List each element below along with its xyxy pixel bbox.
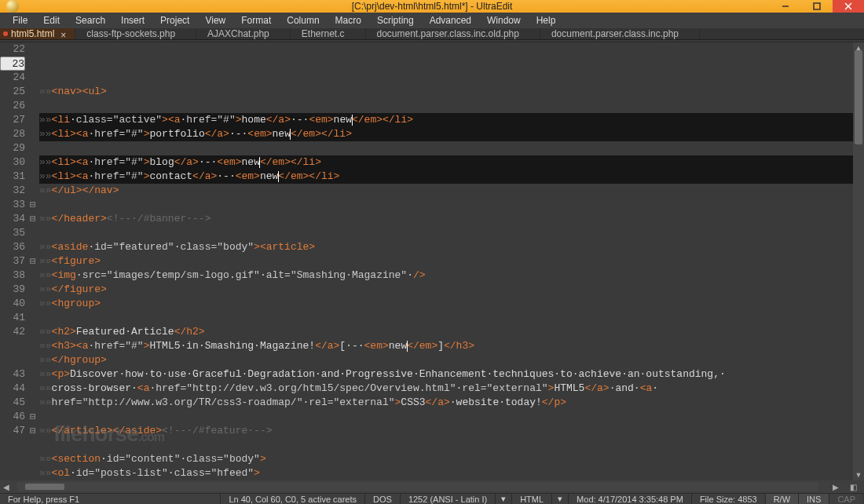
status-eol[interactable]: DOS xyxy=(365,494,401,504)
status-insert-mode[interactable]: INS xyxy=(799,494,829,504)
split-icon[interactable]: ◧ xyxy=(847,480,859,493)
fold-marker[interactable] xyxy=(28,42,38,57)
code-line[interactable]: »»cross-browser·<a·href="http://dev.w3.o… xyxy=(39,382,853,396)
line-number[interactable]: 30 xyxy=(0,155,25,170)
fold-marker[interactable] xyxy=(28,170,38,184)
fold-marker[interactable] xyxy=(28,226,38,240)
line-number[interactable]: 36 xyxy=(0,240,25,254)
code-line[interactable] xyxy=(39,311,853,325)
line-number[interactable]: 39 xyxy=(0,283,25,297)
fold-marker[interactable]: ⊟ xyxy=(28,254,38,268)
menu-macro[interactable]: Macro xyxy=(328,13,369,28)
line-number[interactable]: 28 xyxy=(0,127,25,141)
line-number[interactable]: 40 xyxy=(0,297,25,311)
line-number[interactable]: 33 xyxy=(0,198,25,212)
status-readwrite[interactable]: R/W xyxy=(766,494,799,504)
fold-marker[interactable] xyxy=(28,155,38,170)
fold-marker[interactable] xyxy=(28,113,38,127)
line-number[interactable]: 27 xyxy=(0,113,25,127)
code-line[interactable]: »»</ul></nav> xyxy=(39,184,853,198)
line-number[interactable]: 45 xyxy=(0,396,25,410)
menu-project[interactable]: Project xyxy=(152,13,197,28)
status-menu-icon[interactable]: ▾ xyxy=(496,494,512,504)
line-number[interactable] xyxy=(0,353,25,367)
menu-column[interactable]: Column xyxy=(279,13,327,28)
line-number[interactable]: 35 xyxy=(0,226,25,240)
code-line[interactable] xyxy=(39,226,853,240)
line-number[interactable]: 29 xyxy=(0,141,25,155)
tab-3[interactable]: Ethernet.c xyxy=(291,28,366,39)
fold-marker[interactable]: ⊟ xyxy=(28,212,38,226)
menu-advanced[interactable]: Advanced xyxy=(422,13,479,28)
menu-view[interactable]: View xyxy=(197,13,233,28)
fold-marker[interactable] xyxy=(28,283,38,297)
tab-0[interactable]: html5.html× xyxy=(0,28,75,39)
code-line[interactable]: »»<ol·id="posts-list"·class="hfeed"> xyxy=(39,466,853,480)
code-line[interactable] xyxy=(39,198,853,212)
scroll-left-icon[interactable]: ◀ xyxy=(0,480,13,493)
tab-5[interactable]: document.parser.class.inc.php xyxy=(540,28,700,39)
scroll-down-icon[interactable]: ▼ xyxy=(853,469,864,480)
line-number[interactable]: 37 xyxy=(0,254,25,268)
fold-marker[interactable] xyxy=(28,382,38,396)
code-line[interactable]: »»<img·src="images/temp/sm-logo.gif"·alt… xyxy=(39,268,853,283)
fold-marker[interactable]: ⊟ xyxy=(28,424,38,438)
code-line[interactable]: »»<nav><ul> xyxy=(39,85,853,99)
line-number[interactable]: 24 xyxy=(0,71,25,85)
fold-marker[interactable]: ⊟ xyxy=(28,410,38,424)
line-number[interactable]: 46 xyxy=(0,410,25,424)
code-line[interactable]: »»</hgroup> xyxy=(39,353,853,367)
code-line[interactable]: »»<li><a·href="#">blog</a>·-·<em>new</em… xyxy=(39,155,853,170)
line-number[interactable]: 26 xyxy=(0,99,25,113)
menu-insert[interactable]: Insert xyxy=(113,13,152,28)
fold-marker[interactable] xyxy=(28,99,38,113)
scroll-right-icon[interactable]: ▶ xyxy=(829,480,842,493)
fold-marker[interactable] xyxy=(28,325,38,339)
fold-marker[interactable]: ⊟ xyxy=(28,198,38,212)
line-number[interactable]: 38 xyxy=(0,268,25,283)
menu-window[interactable]: Window xyxy=(479,13,529,28)
code-line[interactable] xyxy=(39,410,853,424)
line-number[interactable]: 34 xyxy=(0,212,25,226)
code-line[interactable]: »»<h3><a·href="#">HTML5·in·Smashing·Maga… xyxy=(39,339,853,353)
status-menu-icon-2[interactable]: ▾ xyxy=(552,494,569,504)
code-line[interactable]: »»<h2>Featured·Article</h2> xyxy=(39,325,853,339)
line-number[interactable] xyxy=(0,339,25,353)
fold-marker[interactable] xyxy=(28,367,38,382)
code-line[interactable]: »»<li·class="active"><a·href="#">home</a… xyxy=(39,113,853,127)
code-line[interactable]: »»<figure> xyxy=(39,254,853,268)
close-button[interactable] xyxy=(833,0,864,13)
scrollbar-thumb[interactable] xyxy=(855,50,862,144)
fold-marker[interactable] xyxy=(28,353,38,367)
menu-search[interactable]: Search xyxy=(68,13,113,28)
fold-marker[interactable] xyxy=(28,57,38,71)
line-number[interactable]: 47 xyxy=(0,424,25,438)
menu-help[interactable]: Help xyxy=(529,13,564,28)
code-line[interactable]: »»<li><a·href="#">portfolio</a>·-·<em>ne… xyxy=(39,127,853,141)
menu-edit[interactable]: Edit xyxy=(35,13,68,28)
tab-1[interactable]: class-ftp-sockets.php xyxy=(75,28,196,39)
code-line[interactable]: »»<aside·id="featured"·class="body"><art… xyxy=(39,240,853,254)
code-line[interactable] xyxy=(39,438,853,452)
line-number[interactable]: 22 xyxy=(0,42,25,57)
line-number[interactable]: 41 xyxy=(0,311,25,325)
menu-file[interactable]: File xyxy=(5,13,35,28)
code-line[interactable]: »»</figure> xyxy=(39,283,853,297)
tab-4[interactable]: document.parser.class.inc.old.php xyxy=(366,28,540,39)
vertical-scrollbar[interactable]: ▲ ▼ xyxy=(853,42,864,480)
fold-marker[interactable] xyxy=(28,268,38,283)
minimize-button[interactable] xyxy=(770,0,801,13)
line-number[interactable]: 23 xyxy=(0,57,25,71)
code-line[interactable]: »»<section·id="content"·class="body"> xyxy=(39,452,853,466)
code-line[interactable]: »»href="http://www.w3.org/TR/css3-roadma… xyxy=(39,396,853,410)
line-number[interactable]: 32 xyxy=(0,184,25,198)
code-line[interactable]: »»<li><a·href="#">contact</a>·-·<em>new<… xyxy=(39,170,853,184)
fold-marker[interactable] xyxy=(28,127,38,141)
line-number[interactable]: 44 xyxy=(0,382,25,396)
fold-marker[interactable] xyxy=(28,71,38,85)
maximize-button[interactable] xyxy=(801,0,833,13)
fold-marker[interactable] xyxy=(28,311,38,325)
tab-2[interactable]: AJAXChat.php xyxy=(196,28,291,39)
fold-marker[interactable] xyxy=(28,85,38,99)
horizontal-scrollbar[interactable] xyxy=(17,482,818,491)
